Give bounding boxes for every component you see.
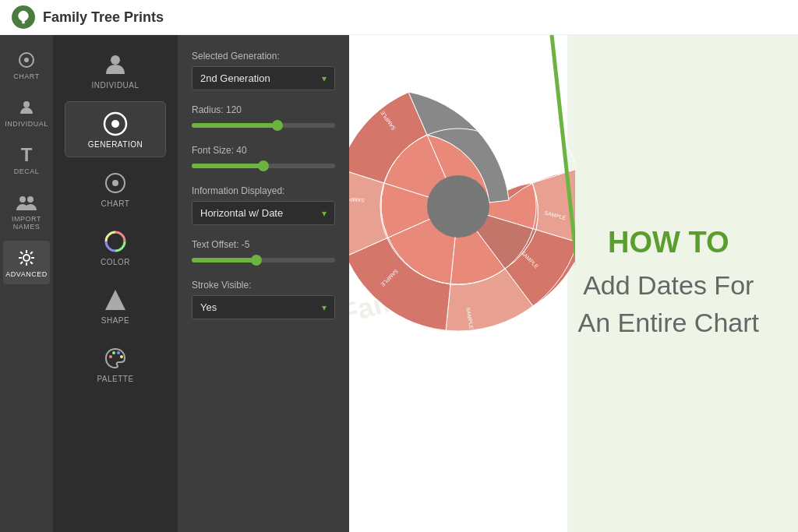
sidebar-item-advanced[interactable]: ADVANCED — [3, 241, 50, 284]
font-size-group: Font Size: 40 — [192, 145, 335, 171]
svg-point-3 — [19, 196, 26, 203]
radius-thumb[interactable] — [272, 120, 283, 131]
selected-generation-dropdown[interactable]: 2nd Generation ▾ — [192, 66, 335, 90]
how-to-subtitle-line2: An Entire Chart — [578, 308, 759, 337]
option-individual-label: INDIVIDUAL — [91, 81, 139, 90]
information-value: Horizontal w/ Date — [200, 207, 283, 219]
chevron-down-icon: ▾ — [322, 73, 327, 84]
svg-point-5 — [23, 255, 30, 261]
text-offset-label: Text Offset: -5 — [192, 239, 335, 250]
text-offset-thumb[interactable] — [251, 255, 262, 266]
svg-point-14 — [112, 351, 115, 354]
advanced-icon — [16, 247, 37, 269]
text-offset-group: Text Offset: -5 — [192, 239, 335, 266]
logo-text: Family Tree Prints — [43, 9, 164, 26]
option-generation[interactable]: GENERATION — [65, 101, 166, 157]
option-chart-icon — [101, 169, 129, 197]
main-area: Family Tree Prints — [349, 35, 798, 532]
icon-rail: CHART INDIVIDUAL T DECAL IMPORT NAMES — [0, 35, 53, 532]
svg-point-15 — [117, 351, 120, 354]
radius-slider[interactable] — [192, 123, 335, 128]
svg-point-16 — [120, 355, 123, 358]
option-individual[interactable]: INDIVIDUAL — [65, 43, 166, 97]
stroke-visible-dropdown[interactable]: Yes ▾ — [192, 295, 335, 319]
sidebar-item-decal-label: DECAL — [14, 167, 40, 175]
option-generation-icon — [101, 110, 129, 138]
import-names-icon — [16, 192, 37, 213]
font-size-slider[interactable] — [192, 164, 335, 168]
chart-icon — [16, 49, 37, 71]
svg-marker-12 — [105, 290, 125, 310]
option-palette[interactable]: PALETTE — [65, 336, 166, 391]
stroke-visible-value: Yes — [200, 301, 217, 313]
pie-chart-container: GENERATION SAMPLE SAMPLE SAMPLE SAMPLE S… — [349, 35, 614, 393]
option-palette-icon — [101, 344, 129, 372]
how-to-section: HOW TO Add Dates For An Entire Chart — [578, 226, 759, 341]
svg-point-4 — [27, 196, 34, 203]
sidebar-item-individual-label: INDIVIDUAL — [5, 120, 48, 128]
option-color-icon — [101, 227, 129, 255]
selected-generation-label: Selected Generation: — [192, 51, 335, 62]
sidebar-item-decal[interactable]: T DECAL — [3, 138, 50, 181]
radius-fill — [192, 123, 277, 128]
svg-point-1 — [24, 58, 29, 62]
how-to-heading: HOW TO — [578, 226, 759, 259]
how-to-subtitle-line1: Add Dates For — [583, 270, 754, 300]
option-shape[interactable]: SHAPE — [65, 278, 166, 333]
option-color[interactable]: COLOR — [65, 220, 166, 274]
option-shape-icon — [101, 286, 129, 314]
stroke-visible-group: Stroke Visible: Yes ▾ — [192, 280, 335, 319]
radius-label: Radius: 120 — [192, 104, 335, 115]
option-palette-label: PALETTE — [97, 375, 133, 383]
sidebar-item-import-names[interactable]: IMPORT NAMES — [3, 185, 50, 237]
how-to-subtitle: Add Dates For An Entire Chart — [578, 267, 759, 341]
font-size-thumb[interactable] — [258, 160, 269, 171]
selected-generation-value: 2nd Generation — [200, 72, 270, 84]
radius-group: Radius: 120 — [192, 104, 335, 131]
individual-icon — [16, 97, 37, 118]
sidebar-item-individual[interactable]: INDIVIDUAL — [3, 90, 50, 134]
svg-text:GENERATION: GENERATION — [511, 151, 546, 168]
settings-panel: Selected Generation: 2nd Generation ▾ Ra… — [178, 35, 349, 532]
svg-point-6 — [111, 55, 120, 65]
logo-icon — [12, 5, 35, 29]
sidebar-item-import-names-label: IMPORT NAMES — [6, 215, 47, 231]
information-dropdown[interactable]: Horizontal w/ Date ▾ — [192, 201, 335, 225]
header: Family Tree Prints — [0, 0, 798, 35]
option-generation-label: GENERATION — [88, 140, 143, 149]
chevron-down-icon-3: ▾ — [322, 302, 327, 313]
selected-generation-group: Selected Generation: 2nd Generation ▾ — [192, 51, 335, 90]
sidebar-item-chart[interactable]: CHART — [3, 43, 50, 86]
options-panel: INDIVIDUAL GENERATION CHART — [53, 35, 178, 532]
sidebar-item-advanced-label: ADVANCED — [5, 270, 47, 278]
font-size-label: Font Size: 40 — [192, 145, 335, 156]
svg-point-8 — [111, 120, 119, 128]
text-offset-fill — [192, 258, 256, 262]
information-group: Information Displayed: Horizontal w/ Dat… — [192, 185, 335, 225]
svg-point-20 — [427, 175, 489, 238]
font-size-fill — [192, 164, 263, 168]
chevron-down-icon-2: ▾ — [322, 208, 327, 219]
option-individual-icon — [101, 51, 129, 79]
decal-icon: T — [16, 144, 37, 166]
information-label: Information Displayed: — [192, 185, 335, 196]
svg-point-2 — [23, 101, 30, 107]
sidebar-item-chart-label: CHART — [13, 72, 39, 80]
option-chart-label: CHART — [101, 199, 130, 208]
svg-point-10 — [112, 180, 118, 186]
stroke-visible-label: Stroke Visible: — [192, 280, 335, 291]
svg-point-13 — [109, 355, 112, 358]
option-color-label: COLOR — [101, 258, 130, 266]
option-chart[interactable]: CHART — [65, 161, 166, 216]
option-shape-label: SHAPE — [101, 316, 129, 325]
chart-area: Family Tree Prints — [349, 35, 567, 532]
text-offset-slider[interactable] — [192, 258, 335, 262]
